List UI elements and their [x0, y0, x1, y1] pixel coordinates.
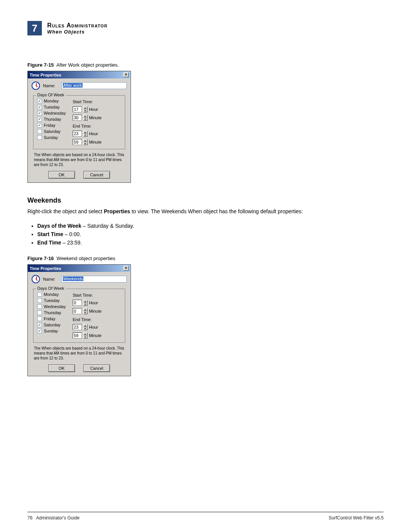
spin-down-icon[interactable]: ▾: [83, 303, 88, 306]
spin-down-icon[interactable]: ▾: [83, 109, 88, 112]
checkbox-box[interactable]: [37, 304, 42, 309]
cancel-button[interactable]: Cancel: [83, 364, 110, 372]
spin-down-icon[interactable]: ▾: [83, 335, 88, 339]
start-hour-input[interactable]: 0: [73, 300, 82, 306]
days-column: MondayTuesdayWednesdayThursdayFriday✓Sat…: [37, 292, 66, 339]
figure-label: Figure 7-15: [27, 62, 54, 68]
checkbox-thursday[interactable]: Thursday: [37, 310, 66, 315]
spin-up-icon[interactable]: ▴: [83, 139, 88, 142]
time-properties-dialog-weekends: Time Properties × Name: Weekends Days Of…: [27, 264, 131, 376]
clock-icon: [32, 81, 40, 90]
page-header: 7 Rules Administrator When Objects: [27, 21, 384, 35]
spin-up-icon[interactable]: ▴: [83, 106, 88, 109]
checkbox-label: Friday: [44, 123, 56, 128]
checkbox-monday[interactable]: ✓Monday: [37, 99, 66, 103]
property-list: Days of the Week – Saturday & Sunday. St…: [27, 223, 384, 246]
spin-down-icon[interactable]: ▾: [83, 134, 88, 137]
clock-note: The When objects are based on a 24-hour …: [34, 152, 124, 167]
spin-up-icon[interactable]: ▴: [83, 300, 88, 303]
checkbox-sunday[interactable]: Sunday: [37, 135, 66, 140]
checkbox-box[interactable]: ✓: [37, 323, 42, 327]
cancel-button[interactable]: Cancel: [83, 171, 110, 179]
end-hour-input[interactable]: 23: [73, 324, 82, 330]
checkbox-box[interactable]: ✓: [37, 123, 42, 128]
figure-label: Figure 7-16: [27, 256, 54, 261]
checkbox-wednesday[interactable]: ✓Wednesday: [37, 111, 66, 115]
checkbox-box[interactable]: [37, 292, 42, 297]
figure-7-15-caption: Figure 7-15 After Work object properties…: [27, 62, 384, 68]
times-column: Start Time: 0 ▴▾ Hour 0 ▴▾ Minute End Ti…: [73, 292, 102, 339]
time-properties-dialog-afterwork: Time Properties × Name: After work Days …: [27, 71, 131, 183]
chapter-line-2: When Objects: [47, 29, 108, 35]
checkbox-label: Friday: [44, 316, 56, 321]
chapter-number-box: 7: [27, 21, 42, 35]
checkbox-box[interactable]: [37, 129, 42, 134]
checkbox-box[interactable]: ✓: [37, 99, 42, 103]
dialog-title: Time Properties: [30, 266, 61, 271]
list-item: Days of the Week – Saturday & Sunday.: [37, 223, 384, 229]
minute-label: Minute: [89, 115, 102, 120]
start-minute-input[interactable]: 30: [73, 115, 82, 121]
end-time-label: End Time:: [73, 124, 102, 128]
start-minute-input[interactable]: 0: [73, 308, 82, 314]
figure-7-16-caption: Figure 7-16 Weekend object properties: [27, 256, 384, 261]
checkbox-sunday[interactable]: ✓Sunday: [37, 329, 66, 333]
checkbox-tuesday[interactable]: ✓Tuesday: [37, 105, 66, 109]
checkbox-label: Thursday: [44, 310, 61, 315]
checkbox-label: Wednesday: [44, 111, 66, 115]
end-time-label: End Time:: [73, 317, 102, 322]
checkbox-box[interactable]: ✓: [37, 329, 42, 333]
hour-label: Hour: [89, 300, 98, 305]
end-minute-input[interactable]: 59: [73, 139, 82, 145]
checkbox-monday[interactable]: Monday: [37, 292, 66, 297]
close-icon[interactable]: ×: [123, 72, 129, 77]
spin-down-icon[interactable]: ▾: [83, 327, 88, 330]
chapter-line-1: Rules Administrator: [47, 22, 108, 29]
fieldset-legend: Days Of Week: [36, 286, 66, 291]
start-hour-input[interactable]: 17: [73, 106, 82, 112]
checkbox-box[interactable]: [37, 135, 42, 140]
checkbox-label: Sunday: [44, 329, 58, 333]
spin-up-icon[interactable]: ▴: [83, 324, 88, 327]
checkbox-box[interactable]: ✓: [37, 105, 42, 109]
checkbox-box[interactable]: [37, 310, 42, 315]
section-heading-weekends: Weekends: [27, 197, 384, 204]
spin-down-icon[interactable]: ▾: [83, 142, 88, 145]
checkbox-box[interactable]: ✓: [37, 111, 42, 115]
spin-up-icon[interactable]: ▴: [83, 131, 88, 134]
checkbox-friday[interactable]: Friday: [37, 316, 66, 321]
checkbox-box[interactable]: ✓: [37, 117, 42, 121]
checkbox-friday[interactable]: ✓Friday: [37, 123, 66, 128]
spin-up-icon[interactable]: ▴: [83, 308, 88, 311]
checkbox-tuesday[interactable]: Tuesday: [37, 298, 66, 303]
spin-up-icon[interactable]: ▴: [83, 115, 88, 118]
end-minute-input[interactable]: 59: [73, 332, 82, 339]
checkbox-saturday[interactable]: ✓Saturday: [37, 323, 66, 327]
dialog-titlebar: Time Properties ×: [28, 71, 131, 78]
end-hour-input[interactable]: 23: [73, 131, 82, 137]
checkbox-thursday[interactable]: ✓Thursday: [37, 117, 66, 121]
start-time-label: Start Time:: [73, 293, 102, 297]
hour-label: Hour: [89, 325, 98, 329]
dialog-titlebar: Time Properties ×: [28, 265, 131, 272]
close-icon[interactable]: ×: [123, 266, 129, 271]
checkbox-wednesday[interactable]: Wednesday: [37, 304, 66, 309]
checkbox-saturday[interactable]: Saturday: [37, 129, 66, 134]
checkbox-box[interactable]: [37, 316, 42, 321]
figure-text: After Work object properties.: [56, 62, 119, 68]
ok-button[interactable]: OK: [48, 171, 75, 179]
checkbox-label: Saturday: [44, 129, 61, 134]
spin-down-icon[interactable]: ▾: [83, 118, 88, 121]
spin-down-icon[interactable]: ▾: [83, 311, 88, 314]
checkbox-label: Tuesday: [44, 105, 60, 109]
name-input[interactable]: Weekends: [61, 276, 127, 283]
ok-button[interactable]: OK: [48, 364, 75, 372]
checkbox-box[interactable]: [37, 298, 42, 303]
spin-up-icon[interactable]: ▴: [83, 332, 88, 335]
name-label: Name:: [43, 277, 58, 281]
fieldset-legend: Days Of Week: [36, 93, 66, 97]
name-input[interactable]: After work: [61, 82, 127, 89]
section-intro: Right-click the object and select Proper…: [27, 208, 384, 215]
days-of-week-fieldset: Days Of Week ✓Monday✓Tuesday✓Wednesday✓T…: [33, 95, 125, 149]
figure-text: Weekend object properties: [57, 256, 115, 261]
